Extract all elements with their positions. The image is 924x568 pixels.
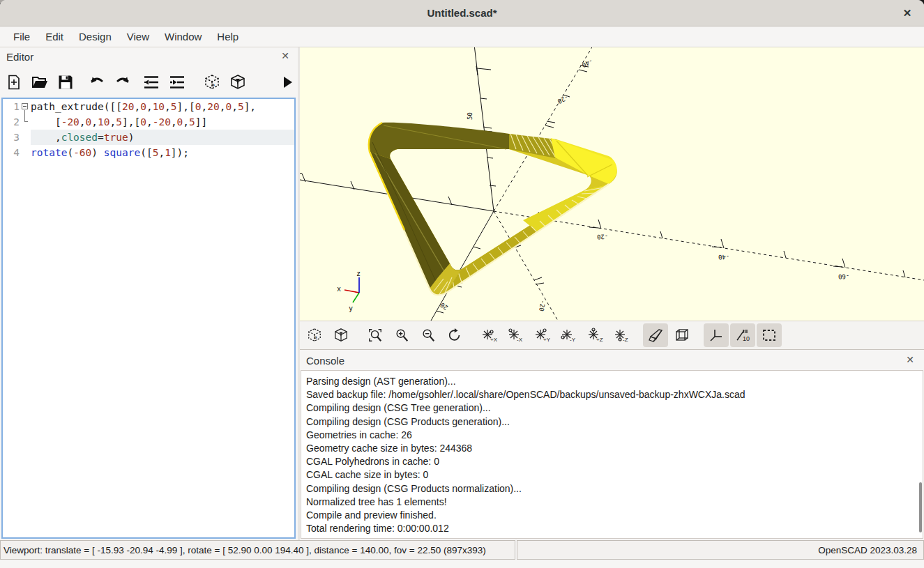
gizmo-x-label: x bbox=[337, 285, 341, 293]
console-close-icon[interactable]: ✕ bbox=[906, 354, 914, 365]
indent-button[interactable] bbox=[167, 70, 187, 95]
zoom-in-button[interactable] bbox=[389, 323, 414, 347]
show-scale-markers-button[interactable]: 10 bbox=[730, 323, 755, 347]
view-plus-y-button[interactable]: +Y bbox=[529, 323, 554, 347]
orthogonal-button[interactable] bbox=[669, 323, 695, 347]
zoom-all-icon bbox=[368, 328, 383, 343]
view-minus-y-icon: -Y bbox=[560, 328, 577, 343]
window-title: Untitled.scad* bbox=[0, 7, 924, 19]
line-number: 4 bbox=[3, 145, 21, 160]
fold-gutter[interactable] bbox=[21, 130, 31, 145]
render-cube-icon bbox=[333, 328, 349, 343]
editor-close-icon[interactable]: ✕ bbox=[281, 50, 289, 61]
3d-viewport[interactable]: 50 -20 -40 -20 -40 -60 20 -20 bbox=[300, 47, 924, 321]
code-text: [-20,0,10,5],[0,-20,0,5]] bbox=[31, 114, 294, 130]
save-icon bbox=[57, 74, 74, 91]
console-log[interactable]: Parsing design (AST generation)...Saved … bbox=[301, 370, 923, 539]
code-line-4[interactable]: 4rotate(-60) square([5,1]); bbox=[3, 145, 294, 160]
run-button[interactable] bbox=[278, 70, 298, 95]
preview-button[interactable]: » bbox=[202, 70, 222, 95]
status-bar: Viewport: translate = [ -15.93 -20.94 -4… bbox=[0, 540, 924, 560]
status-version-text: OpenSCAD 2023.03.28 bbox=[818, 545, 917, 555]
menu-item-window[interactable]: Window bbox=[157, 27, 209, 47]
open-file-button[interactable] bbox=[30, 70, 50, 95]
show-scale-markers-icon: 10 bbox=[734, 328, 751, 343]
zoom-out-button[interactable] bbox=[416, 323, 441, 347]
menu-item-help[interactable]: Help bbox=[209, 27, 246, 47]
title-bar[interactable]: Untitled.scad* ✕ bbox=[0, 0, 924, 26]
console-scrollbar[interactable] bbox=[919, 482, 922, 532]
rendered-model bbox=[369, 123, 617, 295]
code-text: ,closed=true) bbox=[31, 130, 294, 145]
menu-item-edit[interactable]: Edit bbox=[38, 27, 71, 47]
fold-marker-icon[interactable] bbox=[22, 103, 28, 109]
console-line: Saved backup file: /home/gsohler/.local/… bbox=[306, 388, 916, 401]
redo-button[interactable] bbox=[113, 70, 132, 95]
view-plus-x-icon: +X bbox=[480, 328, 497, 343]
axis-label-xneg60: -60 bbox=[838, 273, 850, 280]
console-line: CGAL Polyhedrons in cache: 0 bbox=[306, 455, 916, 468]
render-button[interactable] bbox=[228, 70, 248, 95]
openscad-window-stage: Untitled.scad* ✕ FileEditDesignViewWindo… bbox=[0, 0, 924, 568]
line-number: 1 bbox=[3, 99, 21, 114]
fold-gutter[interactable] bbox=[21, 99, 31, 114]
perspective-icon bbox=[647, 328, 664, 343]
code-editor[interactable]: 1path_extrude([[20,0,10,5],[0,20,0,5],2 … bbox=[1, 98, 296, 539]
unindent-button[interactable] bbox=[142, 70, 162, 95]
render-cube-icon bbox=[229, 74, 246, 91]
zoom-all-button[interactable] bbox=[363, 323, 388, 347]
orthogonal-icon bbox=[674, 328, 690, 343]
reset-view-button[interactable] bbox=[442, 323, 467, 347]
show-axes-button[interactable] bbox=[704, 323, 729, 347]
menu-item-design[interactable]: Design bbox=[71, 27, 119, 47]
reset-view-icon bbox=[447, 328, 462, 343]
vp-render-button[interactable] bbox=[328, 323, 354, 347]
code-line-1[interactable]: 1path_extrude([[20,0,10,5],[0,20,0,5], bbox=[3, 99, 294, 114]
line-number: 2 bbox=[3, 114, 21, 130]
menu-item-view[interactable]: View bbox=[119, 27, 157, 47]
console-line: Compiling design (CSG Products normaliza… bbox=[306, 482, 916, 496]
view-plus-x-button[interactable]: +X bbox=[476, 323, 501, 347]
indent-icon bbox=[168, 75, 186, 90]
vp-preview-button[interactable]: » bbox=[302, 323, 327, 347]
view-minus-y-button[interactable]: -Y bbox=[556, 323, 581, 347]
play-icon bbox=[282, 76, 294, 89]
view-plus-y-icon: +Y bbox=[533, 328, 550, 343]
menu-bar: FileEditDesignViewWindowHelp bbox=[0, 27, 924, 47]
code-line-2[interactable]: 2 [-20,0,10,5],[0,-20,0,5]] bbox=[3, 114, 294, 130]
window-close-icon[interactable]: ✕ bbox=[900, 6, 914, 20]
orientation-gizmo: x y z bbox=[337, 270, 361, 312]
editor-toolbar: » bbox=[0, 66, 298, 98]
console-line: Compiling design (CSG Products generatio… bbox=[306, 415, 916, 429]
undo-button[interactable] bbox=[87, 70, 107, 95]
status-version-segment: OpenSCAD 2023.03.28 bbox=[517, 540, 924, 560]
fold-gutter[interactable] bbox=[21, 114, 31, 130]
new-file-icon bbox=[6, 74, 22, 91]
perspective-button[interactable] bbox=[643, 323, 668, 347]
view-minus-z-button[interactable]: -Z bbox=[609, 323, 634, 347]
axis-label-xneg20: -20 bbox=[597, 233, 609, 240]
axis-label-xneg40: -40 bbox=[718, 253, 730, 261]
view-minus-x-icon: -X bbox=[507, 328, 524, 343]
svg-text:»: » bbox=[314, 335, 317, 341]
viewport-toolbar: » +X -X +Y -Y +Z -Z 10 bbox=[300, 321, 924, 350]
show-edges-button[interactable] bbox=[757, 323, 782, 347]
svg-text:-X: -X bbox=[517, 337, 523, 343]
code-line-3[interactable]: 3 ,closed=true) bbox=[3, 130, 294, 145]
new-file-button[interactable] bbox=[4, 70, 24, 95]
undo-icon bbox=[88, 75, 106, 90]
svg-text:-Y: -Y bbox=[570, 337, 576, 343]
scale-10-label: 10 bbox=[743, 335, 750, 342]
code-text: rotate(-60) square([5,1]); bbox=[31, 145, 294, 160]
view-minus-x-button[interactable]: -X bbox=[503, 323, 528, 347]
axis-label-yneg40: -40 bbox=[581, 57, 594, 68]
code-text: path_extrude([[20,0,10,5],[0,20,0,5], bbox=[31, 99, 294, 114]
save-button[interactable] bbox=[56, 70, 75, 95]
console-line: Compiling design (CSG Tree generation)..… bbox=[306, 401, 916, 415]
gizmo-z-label: z bbox=[356, 270, 361, 277]
menu-item-file[interactable]: File bbox=[6, 27, 38, 47]
view-plus-z-button[interactable]: +Z bbox=[582, 323, 607, 347]
fold-gutter[interactable] bbox=[21, 145, 31, 160]
status-viewport-text: Viewport: translate = [ -15.93 -20.94 -4… bbox=[3, 545, 486, 555]
view-plus-z-icon: +Z bbox=[586, 328, 603, 343]
